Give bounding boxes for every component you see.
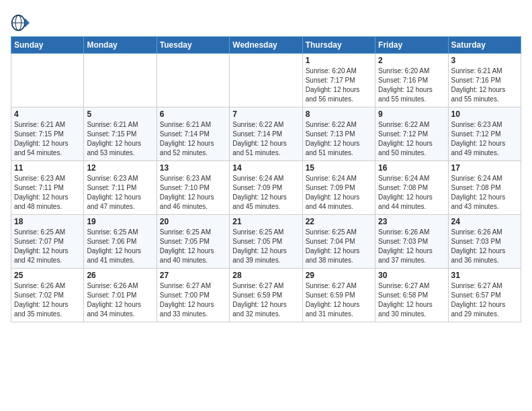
day-info: Sunrise: 6:27 AM Sunset: 6:59 PM Dayligh…: [232, 281, 299, 319]
day-cell: 4Sunrise: 6:21 AM Sunset: 7:15 PM Daylig…: [11, 107, 84, 161]
day-info: Sunrise: 6:21 AM Sunset: 7:14 PM Dayligh…: [160, 120, 226, 158]
day-info: Sunrise: 6:21 AM Sunset: 7:16 PM Dayligh…: [451, 66, 518, 104]
day-cell: [157, 54, 229, 107]
logo: [11, 13, 32, 32]
week-row-5: 25Sunrise: 6:26 AM Sunset: 7:02 PM Dayli…: [11, 269, 521, 322]
day-number: 30: [378, 271, 445, 280]
day-info: Sunrise: 6:21 AM Sunset: 7:15 PM Dayligh…: [87, 120, 153, 158]
day-cell: 22Sunrise: 6:25 AM Sunset: 7:04 PM Dayli…: [302, 215, 375, 269]
day-number: 27: [160, 271, 226, 280]
day-info: Sunrise: 6:24 AM Sunset: 7:08 PM Dayligh…: [451, 174, 518, 212]
day-info: Sunrise: 6:26 AM Sunset: 7:03 PM Dayligh…: [451, 228, 518, 265]
day-number: 2: [378, 56, 445, 65]
header: [11, 11, 521, 32]
day-number: 10: [451, 109, 518, 119]
day-number: 24: [451, 217, 518, 226]
day-info: Sunrise: 6:20 AM Sunset: 7:17 PM Dayligh…: [306, 66, 372, 104]
day-cell: 12Sunrise: 6:23 AM Sunset: 7:11 PM Dayli…: [84, 161, 157, 215]
day-cell: 31Sunrise: 6:27 AM Sunset: 6:57 PM Dayli…: [448, 269, 521, 322]
day-info: Sunrise: 6:26 AM Sunset: 7:02 PM Dayligh…: [14, 281, 81, 319]
day-cell: 28Sunrise: 6:27 AM Sunset: 6:59 PM Dayli…: [230, 269, 302, 322]
svg-marker-4: [25, 18, 30, 28]
logo-icon: [11, 13, 30, 32]
day-number: 23: [378, 217, 445, 226]
day-cell: 10Sunrise: 6:23 AM Sunset: 7:12 PM Dayli…: [448, 107, 521, 161]
day-info: Sunrise: 6:25 AM Sunset: 7:06 PM Dayligh…: [87, 228, 153, 265]
day-number: 22: [306, 217, 372, 226]
day-cell: 5Sunrise: 6:21 AM Sunset: 7:15 PM Daylig…: [84, 107, 157, 161]
day-number: 5: [87, 109, 153, 119]
day-info: Sunrise: 6:23 AM Sunset: 7:11 PM Dayligh…: [87, 174, 153, 212]
day-number: 6: [160, 109, 226, 119]
day-cell: 16Sunrise: 6:24 AM Sunset: 7:08 PM Dayli…: [375, 161, 448, 215]
day-number: 15: [306, 163, 372, 173]
day-cell: [84, 54, 157, 107]
header-row: SundayMondayTuesdayWednesdayThursdayFrid…: [11, 37, 521, 54]
day-number: 21: [232, 217, 299, 226]
week-row-2: 4Sunrise: 6:21 AM Sunset: 7:15 PM Daylig…: [11, 107, 521, 161]
day-number: 11: [14, 163, 81, 173]
day-number: 7: [232, 109, 299, 119]
day-number: 13: [160, 163, 226, 173]
day-info: Sunrise: 6:27 AM Sunset: 6:58 PM Dayligh…: [378, 281, 445, 319]
day-cell: 6Sunrise: 6:21 AM Sunset: 7:14 PM Daylig…: [157, 107, 229, 161]
day-cell: 14Sunrise: 6:24 AM Sunset: 7:09 PM Dayli…: [230, 161, 302, 215]
day-info: Sunrise: 6:22 AM Sunset: 7:12 PM Dayligh…: [378, 120, 445, 158]
day-cell: 21Sunrise: 6:25 AM Sunset: 7:05 PM Dayli…: [230, 215, 302, 269]
day-number: 8: [306, 109, 372, 119]
day-info: Sunrise: 6:23 AM Sunset: 7:10 PM Dayligh…: [160, 174, 226, 212]
day-cell: 13Sunrise: 6:23 AM Sunset: 7:10 PM Dayli…: [157, 161, 229, 215]
day-cell: [11, 54, 84, 107]
day-header-monday: Monday: [84, 37, 157, 54]
calendar: SundayMondayTuesdayWednesdayThursdayFrid…: [11, 36, 521, 322]
day-number: 4: [14, 109, 81, 119]
day-cell: 18Sunrise: 6:25 AM Sunset: 7:07 PM Dayli…: [11, 215, 84, 269]
week-row-1: 1Sunrise: 6:20 AM Sunset: 7:17 PM Daylig…: [11, 54, 521, 107]
day-cell: 23Sunrise: 6:26 AM Sunset: 7:03 PM Dayli…: [375, 215, 448, 269]
day-header-wednesday: Wednesday: [230, 37, 302, 54]
day-header-tuesday: Tuesday: [157, 37, 229, 54]
day-info: Sunrise: 6:22 AM Sunset: 7:14 PM Dayligh…: [232, 120, 299, 158]
day-cell: 29Sunrise: 6:27 AM Sunset: 6:59 PM Dayli…: [302, 269, 375, 322]
day-cell: 24Sunrise: 6:26 AM Sunset: 7:03 PM Dayli…: [448, 215, 521, 269]
day-cell: 27Sunrise: 6:27 AM Sunset: 7:00 PM Dayli…: [157, 269, 229, 322]
day-info: Sunrise: 6:27 AM Sunset: 7:00 PM Dayligh…: [160, 281, 226, 319]
day-info: Sunrise: 6:25 AM Sunset: 7:04 PM Dayligh…: [306, 228, 372, 265]
day-header-saturday: Saturday: [448, 37, 521, 54]
day-info: Sunrise: 6:21 AM Sunset: 7:15 PM Dayligh…: [14, 120, 81, 158]
day-cell: 11Sunrise: 6:23 AM Sunset: 7:11 PM Dayli…: [11, 161, 84, 215]
day-cell: 20Sunrise: 6:25 AM Sunset: 7:05 PM Dayli…: [157, 215, 229, 269]
day-number: 29: [306, 271, 372, 280]
day-info: Sunrise: 6:25 AM Sunset: 7:05 PM Dayligh…: [160, 228, 226, 265]
day-info: Sunrise: 6:24 AM Sunset: 7:09 PM Dayligh…: [232, 174, 299, 212]
day-cell: [230, 54, 302, 107]
day-cell: 9Sunrise: 6:22 AM Sunset: 7:12 PM Daylig…: [375, 107, 448, 161]
day-info: Sunrise: 6:27 AM Sunset: 6:59 PM Dayligh…: [306, 281, 372, 319]
day-number: 3: [451, 56, 518, 65]
day-info: Sunrise: 6:27 AM Sunset: 6:57 PM Dayligh…: [451, 281, 518, 319]
day-info: Sunrise: 6:24 AM Sunset: 7:08 PM Dayligh…: [378, 174, 445, 212]
day-cell: 25Sunrise: 6:26 AM Sunset: 7:02 PM Dayli…: [11, 269, 84, 322]
day-info: Sunrise: 6:22 AM Sunset: 7:13 PM Dayligh…: [306, 120, 372, 158]
day-number: 31: [451, 271, 518, 280]
day-cell: 26Sunrise: 6:26 AM Sunset: 7:01 PM Dayli…: [84, 269, 157, 322]
day-info: Sunrise: 6:25 AM Sunset: 7:07 PM Dayligh…: [14, 228, 81, 265]
day-header-friday: Friday: [375, 37, 448, 54]
day-cell: 19Sunrise: 6:25 AM Sunset: 7:06 PM Dayli…: [84, 215, 157, 269]
day-info: Sunrise: 6:26 AM Sunset: 7:01 PM Dayligh…: [87, 281, 153, 319]
day-info: Sunrise: 6:20 AM Sunset: 7:16 PM Dayligh…: [378, 66, 445, 104]
day-number: 19: [87, 217, 153, 226]
day-number: 17: [451, 163, 518, 173]
day-number: 25: [14, 271, 81, 280]
day-number: 26: [87, 271, 153, 280]
day-info: Sunrise: 6:26 AM Sunset: 7:03 PM Dayligh…: [378, 228, 445, 265]
day-number: 20: [160, 217, 226, 226]
day-cell: 15Sunrise: 6:24 AM Sunset: 7:09 PM Dayli…: [302, 161, 375, 215]
day-header-thursday: Thursday: [302, 37, 375, 54]
day-number: 12: [87, 163, 153, 173]
day-cell: 30Sunrise: 6:27 AM Sunset: 6:58 PM Dayli…: [375, 269, 448, 322]
week-row-4: 18Sunrise: 6:25 AM Sunset: 7:07 PM Dayli…: [11, 215, 521, 269]
day-header-sunday: Sunday: [11, 37, 84, 54]
day-cell: 17Sunrise: 6:24 AM Sunset: 7:08 PM Dayli…: [448, 161, 521, 215]
day-info: Sunrise: 6:25 AM Sunset: 7:05 PM Dayligh…: [232, 228, 299, 265]
